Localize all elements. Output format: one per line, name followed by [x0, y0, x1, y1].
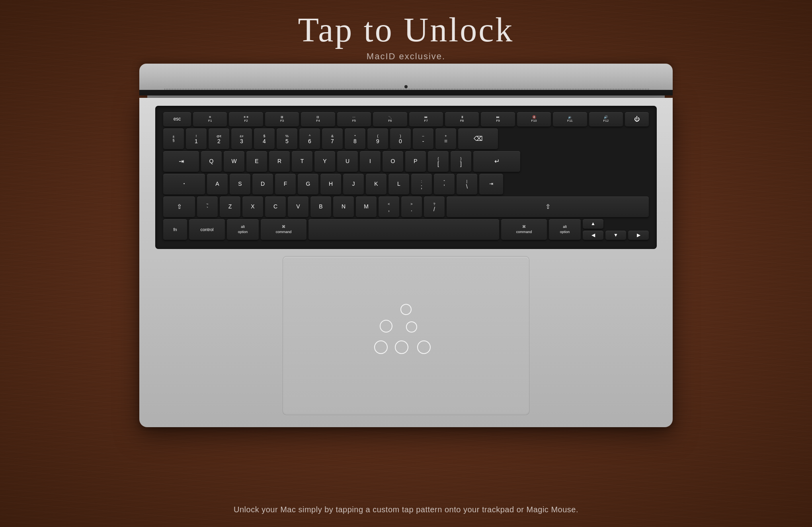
key-return[interactable]: ↵ [473, 151, 520, 172]
key-option-left[interactable]: altoption [227, 219, 259, 240]
key-command-right[interactable]: ⌘command [501, 219, 547, 240]
key-f10[interactable]: 🔇F10 [517, 112, 551, 126]
key-a[interactable]: A [207, 174, 228, 194]
trackpad[interactable] [283, 256, 529, 415]
key-b[interactable]: B [310, 196, 331, 217]
key-section[interactable]: ±§ [163, 128, 184, 149]
key-0[interactable]: )0 [390, 128, 411, 149]
key-x[interactable]: X [242, 196, 263, 217]
key-q[interactable]: Q [201, 151, 222, 172]
key-z[interactable]: Z [220, 196, 240, 217]
key-v[interactable]: V [288, 196, 308, 217]
key-tilde[interactable]: ~` [197, 196, 218, 217]
key-i[interactable]: I [360, 151, 381, 172]
key-y[interactable]: Y [314, 151, 335, 172]
key-arrow-down[interactable]: ▼ [605, 231, 626, 240]
key-arrow-up[interactable]: ▲ [583, 219, 603, 229]
key-bracket-open[interactable]: {[ [428, 151, 449, 172]
tap-dot-6 [417, 340, 431, 354]
key-arrow-right[interactable]: ▶ [628, 231, 649, 240]
key-6[interactable]: ^6 [299, 128, 320, 149]
tap-dot-1 [400, 304, 412, 315]
key-f1[interactable]: ☀F1 [193, 112, 227, 126]
key-p[interactable]: P [405, 151, 426, 172]
tap-pattern [374, 304, 438, 368]
key-shift-right-2[interactable]: ⇥ [479, 174, 503, 194]
macbook-lid [139, 64, 673, 95]
camera [404, 85, 408, 88]
key-shift-right[interactable]: ⇧ [447, 196, 649, 217]
key-quote[interactable]: "' [434, 174, 455, 194]
key-w[interactable]: W [224, 151, 244, 172]
title-area: Tap to Unlock MacID exclusive. [0, 11, 812, 62]
key-g[interactable]: G [298, 174, 318, 194]
tap-dot-3 [406, 321, 417, 333]
key-space[interactable] [308, 219, 499, 240]
key-3[interactable]: £#3 [231, 128, 252, 149]
key-f4[interactable]: ⊟F4 [301, 112, 335, 126]
key-h[interactable]: H [320, 174, 341, 194]
key-o[interactable]: O [383, 151, 403, 172]
key-delete[interactable]: ⌫ [458, 128, 498, 149]
speaker-grille-top [163, 88, 649, 90]
key-c[interactable]: C [265, 196, 286, 217]
key-f3[interactable]: ⊞F3 [265, 112, 299, 126]
key-f12[interactable]: 🔊F12 [589, 112, 623, 126]
key-m[interactable]: M [356, 196, 377, 217]
key-f5[interactable]: ⋯F5 [337, 112, 371, 126]
key-semicolon[interactable]: :; [411, 174, 432, 194]
key-l[interactable]: L [388, 174, 409, 194]
subtitle: MacID exclusive. [0, 51, 812, 62]
tap-dot-2 [380, 320, 392, 333]
arrow-cluster: ▲ ◀ ▼ ▶ [583, 219, 649, 240]
keyboard-bezel: esc ☀F1 ☀☀F2 ⊞F3 ⊟F4 ⋯F5 ⋱F6 [155, 106, 657, 249]
key-4[interactable]: $4 [254, 128, 275, 149]
key-k[interactable]: K [366, 174, 386, 194]
key-f9[interactable]: ⏭F9 [481, 112, 515, 126]
key-option-right[interactable]: altoption [549, 219, 581, 240]
key-tab[interactable]: ⇥ [163, 151, 199, 172]
qwerty-row: ⇥ Q W E R T Y U I O P {[ }] ↵ [163, 151, 649, 172]
key-command-left[interactable]: ⌘command [261, 219, 306, 240]
key-period[interactable]: >. [401, 196, 422, 217]
key-e[interactable]: E [246, 151, 267, 172]
key-1[interactable]: !1 [186, 128, 207, 149]
key-f7[interactable]: ⏮F7 [409, 112, 443, 126]
key-5[interactable]: %5 [277, 128, 297, 149]
key-bracket-close[interactable]: }] [451, 151, 471, 172]
key-minus[interactable]: –- [413, 128, 433, 149]
key-f[interactable]: F [275, 174, 296, 194]
key-r[interactable]: R [269, 151, 290, 172]
key-backslash[interactable]: |\ [457, 174, 477, 194]
key-shift-left[interactable]: ⇧ [163, 196, 195, 217]
key-2[interactable]: @€2 [209, 128, 229, 149]
key-f8[interactable]: ⏸F8 [445, 112, 479, 126]
zxcv-row: ⇧ ~` Z X C V B N M <, >. ?/ [163, 196, 649, 217]
key-s[interactable]: S [230, 174, 250, 194]
tap-dot-4 [374, 340, 388, 354]
key-esc[interactable]: esc [163, 112, 191, 126]
key-f11[interactable]: 🔉F11 [553, 112, 587, 126]
key-7[interactable]: &7 [322, 128, 343, 149]
key-f6[interactable]: ⋱F6 [373, 112, 407, 126]
key-n[interactable]: N [333, 196, 354, 217]
key-power[interactable]: ⏻ [625, 112, 649, 126]
key-j[interactable]: J [343, 174, 364, 194]
key-t[interactable]: T [292, 151, 312, 172]
function-key-row: esc ☀F1 ☀☀F2 ⊞F3 ⊟F4 ⋯F5 ⋱F6 [163, 112, 649, 126]
key-d[interactable]: D [252, 174, 273, 194]
key-fn[interactable]: fn [163, 219, 187, 240]
key-9[interactable]: (9 [367, 128, 388, 149]
trackpad-area [155, 256, 657, 415]
key-arrow-left[interactable]: ◀ [583, 231, 603, 240]
bottom-row: fn control altoption ⌘command ⌘command a… [163, 219, 649, 240]
key-comma[interactable]: <, [379, 196, 399, 217]
number-key-row: ±§ !1 @€2 £#3 $4 %5 ^6 [163, 128, 649, 149]
key-equals[interactable]: += [435, 128, 456, 149]
key-slash[interactable]: ?/ [424, 196, 445, 217]
key-u[interactable]: U [337, 151, 358, 172]
key-f2[interactable]: ☀☀F2 [229, 112, 263, 126]
key-8[interactable]: *8 [345, 128, 365, 149]
key-control[interactable]: control [189, 219, 225, 240]
key-caps[interactable]: • [163, 174, 205, 194]
